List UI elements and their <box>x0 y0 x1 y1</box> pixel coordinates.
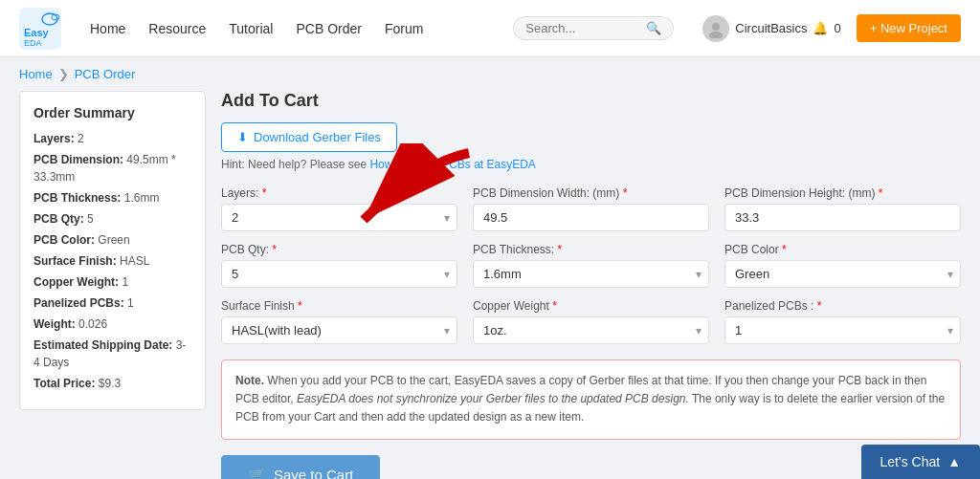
main-layout: Order Summary Layers: 2 PCB Dimension: 4… <box>0 91 980 479</box>
form-grid: Layers: * 2 PCB Dimension Width: (mm) * … <box>221 186 961 344</box>
label-thickness: PCB Thickness: * <box>473 243 709 256</box>
form-group-height: PCB Dimension Height: (mm) * <box>724 186 961 231</box>
breadcrumb-current: PCB Order <box>75 67 136 81</box>
notification-bell[interactable]: 🔔 <box>813 21 828 35</box>
form-group-copper-weight: Copper Weight * 1oz. <box>473 299 709 344</box>
hint-link[interactable]: How to Order PCBs at EasyEDA <box>369 158 535 171</box>
label-width: PCB Dimension Width: (mm) * <box>473 186 709 200</box>
user-info[interactable]: CircuitBasics 🔔 0 <box>702 15 840 42</box>
select-wrapper-layers[interactable]: 2 <box>221 204 457 231</box>
hint-text: Hint: Need help? Please see How to Order… <box>221 158 961 171</box>
label-qty: PCB Qty: * <box>221 243 457 256</box>
header: Easy EDA Home Resource Tutorial PCB Orde… <box>0 0 980 57</box>
summary-layers: Layers: 2 <box>33 130 191 147</box>
breadcrumb: Home ❯ PCB Order <box>0 57 980 91</box>
breadcrumb-home[interactable]: Home <box>19 67 53 81</box>
svg-text:Easy: Easy <box>24 27 50 38</box>
select-qty[interactable]: 5 <box>221 260 457 288</box>
download-icon: ⬇ <box>237 130 248 144</box>
select-surface-finish[interactable]: HASL(with lead) <box>221 316 457 344</box>
user-name: CircuitBasics <box>735 21 807 35</box>
summary-qty: PCB Qty: 5 <box>33 210 191 228</box>
label-color: PCB Color * <box>724 243 961 256</box>
form-group-surface-finish: Surface Finish * HASL(with lead) <box>221 299 457 344</box>
download-gerber-button[interactable]: ⬇ Download Gerber Files <box>221 122 397 152</box>
nav-forum[interactable]: Forum <box>385 21 423 36</box>
breadcrumb-separator: ❯ <box>58 67 69 81</box>
svg-point-5 <box>712 23 720 31</box>
label-copper-weight: Copper Weight * <box>473 299 709 313</box>
chat-label: Let's Chat <box>880 454 941 469</box>
summary-panelized: Panelized PCBs: 1 <box>33 294 191 312</box>
chat-chevron: ▲ <box>947 454 961 469</box>
select-wrapper-color[interactable]: Green <box>724 260 961 288</box>
logo[interactable]: Easy EDA <box>19 8 61 50</box>
header-right: CircuitBasics 🔔 0 + New Project <box>702 14 961 42</box>
cart-icon: 🛒 <box>248 467 266 479</box>
content-area: Add To Cart ⬇ Download Gerber Files Hint… <box>221 91 961 479</box>
nav-tutorial[interactable]: Tutorial <box>229 21 273 36</box>
label-height: PCB Dimension Height: (mm) * <box>724 186 961 200</box>
summary-shipping: Estimated Shipping Date: 3-4 Days <box>33 337 191 371</box>
form-group-color: PCB Color * Green <box>724 243 961 288</box>
summary-thickness: PCB Thickness: 1.6mm <box>33 189 191 207</box>
svg-point-6 <box>709 32 723 38</box>
save-cart-label: Save to Cart <box>274 467 353 479</box>
select-layers[interactable]: 2 <box>221 204 457 231</box>
select-wrapper-qty[interactable]: 5 <box>221 260 457 288</box>
form-group-thickness: PCB Thickness: * 1.6mm <box>473 243 709 288</box>
search-icon: 🔍 <box>646 21 661 35</box>
search-box[interactable]: 🔍 <box>513 16 674 40</box>
summary-copper-weight: Copper Weight: 1 <box>33 273 191 291</box>
label-panelized: Panelized PCBs : * <box>724 299 961 313</box>
select-wrapper-panelized[interactable]: 1 <box>724 316 961 344</box>
form-group-panelized: Panelized PCBs : * 1 <box>724 299 961 344</box>
avatar <box>702 15 729 42</box>
select-thickness[interactable]: 1.6mm <box>473 260 709 288</box>
select-wrapper-thickness[interactable]: 1.6mm <box>473 260 709 288</box>
nav-home[interactable]: Home <box>90 21 125 36</box>
save-to-cart-button[interactable]: 🛒 Save to Cart <box>221 455 380 479</box>
download-btn-label: Download Gerber Files <box>254 130 381 144</box>
form-group-qty: PCB Qty: * 5 <box>221 243 457 288</box>
page-title: Add To Cart <box>221 91 961 111</box>
lets-chat-button[interactable]: Let's Chat ▲ <box>861 445 980 479</box>
nav-resource[interactable]: Resource <box>148 21 206 36</box>
notification-count: 0 <box>834 21 840 35</box>
label-layers: Layers: * <box>221 186 457 200</box>
summary-color: PCB Color: Green <box>33 231 191 249</box>
select-wrapper-copper[interactable]: 1oz. <box>473 316 709 344</box>
note-box: Note. When you add your PCB to the cart,… <box>221 359 961 440</box>
svg-text:EDA: EDA <box>24 38 42 48</box>
search-input[interactable] <box>525 21 640 35</box>
nav-links: Home Resource Tutorial PCB Order Forum <box>90 21 494 36</box>
nav-pcb-order[interactable]: PCB Order <box>296 21 361 36</box>
summary-dimension: PCB Dimension: 49.5mm * 33.3mm <box>33 151 191 185</box>
select-color[interactable]: Green <box>724 260 961 288</box>
new-project-button[interactable]: + New Project <box>857 14 961 42</box>
summary-weight: Weight: 0.026 <box>33 316 191 333</box>
order-summary-title: Order Summary <box>33 105 191 120</box>
summary-total-price: Total Price: $9.3 <box>33 375 191 392</box>
form-group-layers: Layers: * 2 <box>221 186 457 231</box>
select-panelized[interactable]: 1 <box>724 316 961 344</box>
summary-surface-finish: Surface Finish: HASL <box>33 252 191 270</box>
label-surface-finish: Surface Finish * <box>221 299 457 313</box>
select-copper-weight[interactable]: 1oz. <box>473 316 709 344</box>
order-summary: Order Summary Layers: 2 PCB Dimension: 4… <box>19 91 206 410</box>
input-pcb-width[interactable] <box>473 204 709 231</box>
select-wrapper-surface[interactable]: HASL(with lead) <box>221 316 457 344</box>
input-pcb-height[interactable] <box>724 204 961 231</box>
form-group-width: PCB Dimension Width: (mm) * <box>473 186 709 231</box>
